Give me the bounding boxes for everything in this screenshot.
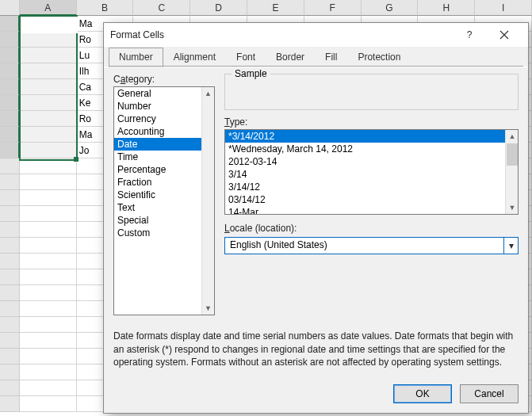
cell[interactable] — [20, 238, 77, 254]
scroll-thumb[interactable] — [507, 143, 518, 166]
row-header[interactable] — [0, 285, 20, 301]
row-header[interactable] — [0, 317, 20, 333]
scroll-down-icon[interactable]: ▼ — [202, 302, 215, 315]
cell[interactable] — [20, 380, 77, 396]
row-header[interactable] — [0, 222, 20, 238]
col-header-I[interactable]: I — [475, 0, 532, 16]
cell[interactable] — [20, 317, 77, 333]
category-item[interactable]: Accounting — [114, 125, 201, 138]
scrollbar[interactable]: ▲ ▼ — [201, 87, 214, 315]
cell[interactable] — [20, 285, 77, 301]
category-item[interactable]: Time — [114, 151, 201, 163]
type-item[interactable]: 03/14/12 — [225, 193, 505, 206]
scroll-down-icon[interactable]: ▼ — [506, 201, 519, 214]
category-listbox[interactable]: GeneralNumberCurrencyAccountingDateTimeP… — [113, 86, 215, 315]
category-item[interactable]: Currency — [114, 113, 201, 125]
cell[interactable] — [20, 63, 77, 79]
type-listbox[interactable]: *3/14/2012*Wednesday, March 14, 20122012… — [224, 129, 519, 215]
cell[interactable] — [20, 48, 77, 63]
row-header[interactable] — [0, 143, 20, 158]
cell[interactable] — [20, 222, 77, 238]
col-header-F[interactable]: F — [304, 0, 362, 16]
tab-fill[interactable]: Fill — [315, 48, 347, 67]
row-header[interactable] — [0, 79, 20, 95]
row-header[interactable] — [0, 364, 20, 380]
row-header[interactable] — [0, 301, 20, 317]
row-header[interactable] — [0, 333, 20, 349]
row-header[interactable] — [0, 63, 20, 79]
row-header[interactable] — [0, 95, 20, 111]
col-header-G[interactable]: G — [362, 0, 419, 16]
category-item[interactable]: Fraction — [114, 176, 201, 189]
row-header[interactable] — [0, 380, 20, 396]
col-header-E[interactable]: E — [247, 0, 304, 16]
type-item[interactable]: 14-Mar — [225, 206, 505, 214]
dialog-titlebar[interactable]: Format Cells ? — [104, 23, 528, 47]
tab-font[interactable]: Font — [226, 48, 266, 67]
category-item[interactable]: Number — [114, 100, 201, 113]
cell[interactable] — [20, 269, 77, 285]
cell[interactable] — [20, 254, 77, 269]
category-item[interactable]: General — [114, 87, 201, 100]
row-header[interactable] — [0, 111, 20, 127]
row-header[interactable] — [0, 32, 20, 48]
close-button[interactable] — [487, 23, 522, 47]
col-header-D[interactable]: D — [190, 0, 247, 16]
row-header[interactable] — [0, 349, 20, 364]
cell[interactable] — [20, 301, 77, 317]
cell[interactable] — [20, 32, 77, 48]
dropdown-button[interactable]: ▾ — [503, 238, 518, 254]
cell[interactable] — [20, 364, 77, 380]
cell[interactable] — [20, 79, 77, 95]
cell[interactable] — [20, 333, 77, 349]
cell[interactable] — [20, 127, 77, 143]
cell[interactable] — [20, 174, 77, 190]
cell[interactable] — [20, 95, 77, 111]
row-header[interactable] — [0, 238, 20, 254]
tab-number[interactable]: Number — [109, 48, 163, 67]
row-header[interactable] — [0, 206, 20, 222]
cell[interactable] — [20, 190, 77, 206]
category-item[interactable]: Scientific — [114, 189, 201, 201]
category-item[interactable]: Date — [114, 138, 201, 151]
cell[interactable] — [20, 111, 77, 127]
category-item[interactable]: Special — [114, 214, 201, 227]
category-item[interactable]: Text — [114, 201, 201, 214]
select-all-corner[interactable] — [0, 0, 20, 16]
row-header[interactable] — [0, 254, 20, 269]
type-item[interactable]: *Wednesday, March 14, 2012 — [225, 143, 505, 155]
row-header[interactable] — [0, 158, 20, 174]
col-header-B[interactable]: B — [77, 0, 134, 16]
type-item[interactable]: 2012-03-14 — [225, 155, 505, 168]
row-header[interactable] — [0, 16, 20, 32]
cell[interactable] — [20, 158, 77, 174]
tab-alignment[interactable]: Alignment — [163, 48, 226, 67]
row-header[interactable] — [0, 269, 20, 285]
col-header-A[interactable]: A — [20, 0, 77, 16]
row-header[interactable] — [0, 396, 20, 412]
tab-protection[interactable]: Protection — [347, 48, 411, 67]
locale-combobox[interactable]: English (United States) ▾ — [224, 237, 519, 254]
col-header-H[interactable]: H — [418, 0, 475, 16]
cancel-button[interactable]: Cancel — [460, 384, 519, 403]
cell[interactable] — [20, 16, 77, 32]
row-header[interactable] — [0, 127, 20, 143]
type-item[interactable]: 3/14/12 — [225, 181, 505, 193]
row-header[interactable] — [0, 174, 20, 190]
row-header[interactable] — [0, 190, 20, 206]
help-button[interactable]: ? — [452, 23, 487, 47]
category-item[interactable]: Percentage — [114, 163, 201, 176]
type-item[interactable]: 3/14 — [225, 168, 505, 181]
category-item[interactable]: Custom — [114, 227, 201, 239]
scroll-up-icon[interactable]: ▲ — [506, 130, 519, 143]
cell[interactable] — [20, 396, 77, 412]
scrollbar[interactable]: ▲ ▼ — [505, 130, 518, 214]
tab-border[interactable]: Border — [266, 48, 315, 67]
type-item[interactable]: *3/14/2012 — [225, 130, 505, 143]
cell[interactable] — [20, 349, 77, 364]
scroll-up-icon[interactable]: ▲ — [202, 87, 215, 100]
cell[interactable] — [20, 206, 77, 222]
row-header[interactable] — [0, 48, 20, 63]
cell[interactable] — [20, 143, 77, 158]
col-header-C[interactable]: C — [133, 0, 190, 16]
